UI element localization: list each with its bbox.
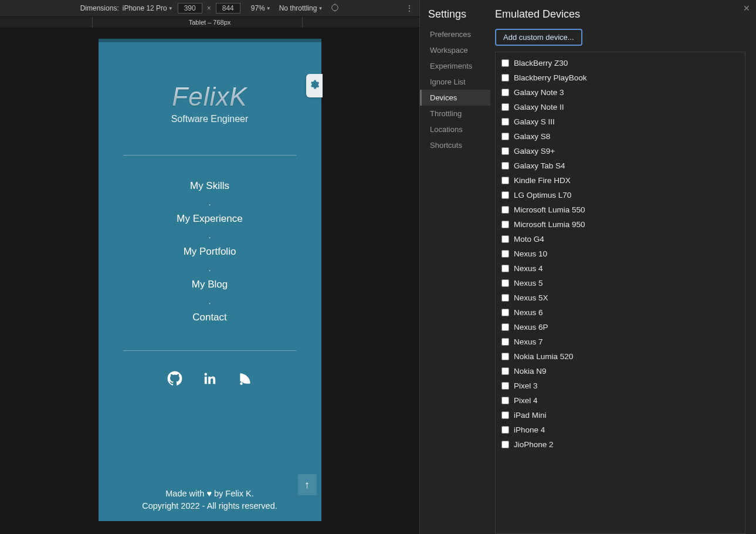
device-checkbox[interactable] <box>501 265 509 272</box>
device-row[interactable]: Nexus 4 <box>496 261 745 276</box>
ruler-label: Tablet – 768px <box>189 19 231 26</box>
device-name: iPhone 12 Pro <box>123 4 167 12</box>
device-row[interactable]: Pixel 3 <box>496 378 745 393</box>
settings-item-experiments[interactable]: Experiments <box>420 58 490 74</box>
device-checkbox[interactable] <box>501 441 509 448</box>
linkedin-icon[interactable] <box>202 371 218 388</box>
device-row[interactable]: Microsoft Lumia 550 <box>496 202 745 217</box>
settings-item-workspace[interactable]: Workspace <box>420 42 490 58</box>
device-row[interactable]: Nexus 5X <box>496 290 745 305</box>
device-row[interactable]: Nokia N9 <box>496 364 745 378</box>
device-row[interactable]: Pixel 4 <box>496 393 745 408</box>
device-checkbox[interactable] <box>501 133 509 140</box>
device-checkbox[interactable] <box>501 367 509 375</box>
device-row[interactable]: Nexus 5 <box>496 276 745 290</box>
device-row[interactable]: Kindle Fire HDX <box>496 173 745 188</box>
device-checkbox[interactable] <box>501 411 509 419</box>
device-checkbox[interactable] <box>501 426 509 434</box>
settings-item-throttling[interactable]: Throttling <box>420 106 490 121</box>
device-row[interactable]: Galaxy Note 3 <box>496 85 745 100</box>
device-row[interactable]: Galaxy Note II <box>496 100 745 114</box>
device-row[interactable]: Moto G4 <box>496 232 745 246</box>
device-checkbox[interactable] <box>501 309 509 316</box>
device-checkbox[interactable] <box>501 250 509 258</box>
settings-item-devices[interactable]: Devices <box>420 90 490 106</box>
close-icon[interactable]: ✕ <box>743 4 750 13</box>
device-list[interactable]: BlackBerry Z30Blackberry PlayBookGalaxy … <box>496 52 745 533</box>
nav-item-contact[interactable]: Contact <box>177 312 242 323</box>
add-custom-device-button[interactable]: Add custom device... <box>495 29 582 46</box>
dimensions-label: Dimensions: <box>80 4 119 12</box>
nav-item-skills[interactable]: My Skills <box>177 180 242 192</box>
settings-item-shortcuts[interactable]: Shortcuts <box>420 137 490 153</box>
width-input[interactable] <box>178 3 202 13</box>
settings-tab[interactable] <box>306 74 323 97</box>
device-checkbox[interactable] <box>501 118 509 126</box>
device-label: Galaxy S9+ <box>514 147 555 156</box>
height-input[interactable] <box>216 3 240 13</box>
device-checkbox[interactable] <box>501 397 509 404</box>
settings-item-preferences[interactable]: Preferences <box>420 26 490 42</box>
device-checkbox[interactable] <box>501 59 509 67</box>
device-checkbox[interactable] <box>501 206 509 214</box>
device-row[interactable]: Nexus 7 <box>496 334 745 349</box>
nav-item-portfolio[interactable]: My Portfolio <box>177 246 242 258</box>
device-row[interactable]: JioPhone 2 <box>496 437 745 452</box>
footer-text-b: by Felix K. <box>212 489 254 498</box>
device-checkbox[interactable] <box>501 74 509 82</box>
nav-separator: . <box>177 231 242 240</box>
device-row[interactable]: iPhone 4 <box>496 423 745 437</box>
dimensions-dropdown[interactable]: Dimensions: iPhone 12 Pro ▼ <box>80 4 173 12</box>
throttling-dropdown[interactable]: No throttling ▼ <box>279 4 323 12</box>
divider <box>123 350 297 351</box>
device-checkbox[interactable] <box>501 147 509 155</box>
github-icon[interactable] <box>167 371 182 388</box>
device-checkbox[interactable] <box>501 162 509 170</box>
breakpoint-ruler[interactable]: Tablet – 768px <box>0 16 419 28</box>
device-checkbox[interactable] <box>501 177 509 184</box>
device-checkbox[interactable] <box>501 235 509 243</box>
device-row[interactable]: Microsoft Lumia 950 <box>496 217 745 232</box>
device-checkbox[interactable] <box>501 221 509 228</box>
device-checkbox[interactable] <box>501 191 509 199</box>
device-row[interactable]: Nexus 6 <box>496 305 745 320</box>
device-row[interactable]: BlackBerry Z30 <box>496 56 745 70</box>
emulated-viewport[interactable]: FelixK Software Engineer My Skills . My … <box>99 39 321 521</box>
settings-title: Settings <box>428 8 490 21</box>
emulated-devices-title: Emulated Devices <box>495 8 756 21</box>
zoom-dropdown[interactable]: 97% ▼ <box>251 4 271 12</box>
device-label: Microsoft Lumia 550 <box>514 205 585 214</box>
site-nav: My Skills . My Experience . My Portfolio… <box>177 174 242 329</box>
footer-copyright: Copyright 2022 - All rights reserved. <box>99 500 321 513</box>
nav-item-blog[interactable]: My Blog <box>177 279 242 290</box>
chevron-down-icon: ▼ <box>168 6 173 11</box>
device-row[interactable]: Nokia Lumia 520 <box>496 349 745 364</box>
device-checkbox[interactable] <box>501 103 509 111</box>
device-checkbox[interactable] <box>501 294 509 302</box>
settings-item-locations[interactable]: Locations <box>420 121 490 137</box>
device-row[interactable]: Galaxy S9+ <box>496 144 745 158</box>
nav-item-experience[interactable]: My Experience <box>177 213 242 225</box>
blog-icon[interactable] <box>238 371 253 388</box>
device-row[interactable]: Galaxy S8 <box>496 129 745 144</box>
device-checkbox[interactable] <box>501 89 509 96</box>
device-row[interactable]: Nexus 6P <box>496 320 745 334</box>
footer-text-a: Made with <box>165 489 206 498</box>
device-row[interactable]: Galaxy S III <box>496 114 745 129</box>
device-row[interactable]: Galaxy Tab S4 <box>496 158 745 173</box>
device-label: iPad Mini <box>514 411 547 420</box>
device-row[interactable]: iPad Mini <box>496 408 745 423</box>
device-row[interactable]: Nexus 10 <box>496 246 745 261</box>
device-label: Microsoft Lumia 950 <box>514 220 585 229</box>
more-options-icon[interactable]: ⋮ <box>405 4 413 13</box>
rotate-icon[interactable] <box>331 4 339 13</box>
device-checkbox[interactable] <box>501 279 509 287</box>
device-checkbox[interactable] <box>501 353 509 360</box>
device-checkbox[interactable] <box>501 382 509 390</box>
settings-item-ignore-list[interactable]: Ignore List <box>420 74 490 90</box>
device-row[interactable]: Blackberry PlayBook <box>496 70 745 85</box>
device-checkbox[interactable] <box>501 338 509 346</box>
device-checkbox[interactable] <box>501 323 509 331</box>
device-label: JioPhone 2 <box>514 440 554 449</box>
device-row[interactable]: LG Optimus L70 <box>496 188 745 202</box>
